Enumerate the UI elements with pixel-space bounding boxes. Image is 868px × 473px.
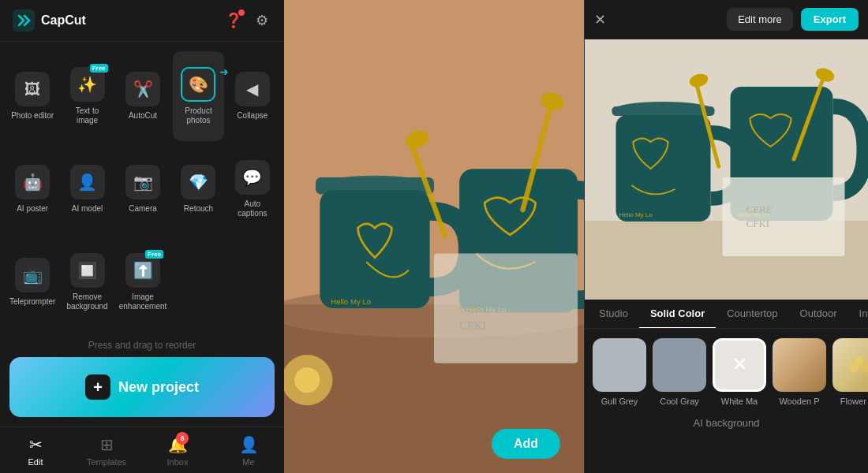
swatch-wooden-box xyxy=(773,338,826,392)
header-icons: ❓ ⚙ xyxy=(224,11,271,30)
tool-camera[interactable]: 📷 Camera xyxy=(116,144,170,234)
close-button[interactable]: ✕ xyxy=(594,11,606,28)
edit-more-button[interactable]: Edit more xyxy=(727,8,793,31)
ai-model-icon-box: 👤 xyxy=(70,165,105,199)
canvas-area: Hello My Lo Hello My Lo xyxy=(284,0,584,473)
camera-label: Camera xyxy=(129,204,157,214)
teleprompter-icon: 📺 xyxy=(23,266,43,285)
text-to-image-label: Text to image xyxy=(65,106,109,125)
tool-auto-captions[interactable]: 💬 Auto captions xyxy=(227,144,278,234)
add-button[interactable]: Add xyxy=(492,429,560,459)
templates-nav-label: Templates xyxy=(87,457,126,467)
inbox-nav-label: Inbox xyxy=(167,457,189,467)
swatches-row: Gull Grey Cool Gray ✕ White Ma Wooden P xyxy=(585,329,868,406)
sidebar: CapCut ❓ ⚙ 🖼 Photo editor ✨ Free Text to… xyxy=(0,0,284,473)
swatch-gull-grey-label: Gull Grey xyxy=(601,397,638,406)
tool-teleprompter[interactable]: 📺 Teleprompter xyxy=(6,237,58,327)
nav-templates[interactable]: ⊞ Templates xyxy=(71,427,142,473)
swatch-wooden[interactable]: Wooden P xyxy=(773,338,826,406)
collapse-icon: ◀ xyxy=(246,80,258,99)
drag-hint: Press and drag to reorder xyxy=(0,337,284,357)
swatch-gull-grey[interactable]: Gull Grey xyxy=(593,338,646,406)
camera-icon-box: 📷 xyxy=(125,165,160,199)
swatch-cool-gray-label: Cool Gray xyxy=(660,397,699,406)
svg-text:CERE: CERE xyxy=(459,302,489,315)
tool-text-to-image[interactable]: ✨ Free Text to image xyxy=(62,51,112,141)
svg-point-36 xyxy=(849,363,859,372)
teleprompter-icon-box: 📺 xyxy=(15,258,50,292)
sidebar-header: CapCut ❓ ⚙ xyxy=(0,0,284,42)
svg-text:Hello My Lo: Hello My Lo xyxy=(331,297,371,306)
retouch-icon: 💎 xyxy=(189,173,208,192)
free-badge: Free xyxy=(90,64,108,73)
autocut-icon-box: ✂️ xyxy=(125,72,160,106)
me-nav-icon: 👤 xyxy=(239,435,259,454)
ai-model-label: AI model xyxy=(72,204,103,214)
export-button[interactable]: Export xyxy=(801,8,859,31)
nav-me[interactable]: 👤 Me xyxy=(213,427,284,473)
new-project-button[interactable]: + New project xyxy=(9,357,275,417)
svg-text:CERE: CERE xyxy=(746,203,773,215)
tool-retouch[interactable]: 💎 Retouch xyxy=(173,144,223,234)
edit-nav-icon: ✂ xyxy=(29,435,43,454)
nav-edit[interactable]: ✂ Edit xyxy=(0,427,71,473)
tool-product-photos[interactable]: 🎨 Product photos ➜ xyxy=(173,51,223,141)
tool-collapse[interactable]: ◀ Collapse xyxy=(227,51,278,141)
tool-ai-model[interactable]: 👤 AI model xyxy=(62,144,112,234)
background-tabs: Studio Solid Color Countertop Outdoor In… xyxy=(585,300,868,329)
notification-dot xyxy=(238,9,245,16)
remove-background-label: Remove background xyxy=(65,292,109,311)
tool-photo-editor[interactable]: 🖼 Photo editor xyxy=(6,51,58,141)
image-enhancement-icon-box: ⬆️ Free xyxy=(125,253,160,288)
tab-outdoor[interactable]: Outdoor xyxy=(789,300,848,329)
auto-captions-icon: 💬 xyxy=(242,168,262,187)
swatch-flower-label: Flower on xyxy=(840,397,868,406)
swatch-flower-box xyxy=(832,338,868,392)
notification-icon[interactable]: ❓ xyxy=(224,11,243,30)
auto-captions-icon-box: 💬 xyxy=(235,160,270,195)
product-photos-label: Product photos xyxy=(176,106,220,125)
preview-area: Hello My Lo Hello My Lo CERE CFKI xyxy=(585,39,868,300)
tool-ai-poster[interactable]: 🤖 AI poster xyxy=(6,144,58,234)
mug-illustration: Hello My Lo Hello My Lo xyxy=(284,0,584,473)
swatch-white[interactable]: ✕ White Ma xyxy=(713,338,766,406)
svg-point-15 xyxy=(294,367,320,393)
autocut-icon: ✂️ xyxy=(133,80,153,99)
tab-countertop[interactable]: Countertop xyxy=(716,300,788,329)
remove-background-icon-box: 🔲 xyxy=(70,253,105,288)
product-photos-icon-box: 🎨 xyxy=(181,67,215,102)
settings-icon[interactable]: ⚙ xyxy=(253,11,271,30)
tab-studio[interactable]: Studio xyxy=(588,300,639,329)
retouch-icon-box: 💎 xyxy=(181,165,215,199)
tool-image-enhancement[interactable]: ⬆️ Free Image enhancement xyxy=(116,237,170,327)
swatch-cool-gray[interactable]: Cool Gray xyxy=(653,338,706,406)
tab-solid-color[interactable]: Solid Color xyxy=(639,300,716,329)
photo-editor-label: Photo editor xyxy=(11,111,54,121)
swatch-white-label: White Ma xyxy=(721,397,758,406)
tool-autocut[interactable]: ✂️ AutoCut xyxy=(116,51,170,141)
flower-icon xyxy=(840,345,868,385)
app-name: CapCut xyxy=(41,13,86,28)
tool-remove-background[interactable]: 🔲 Remove background xyxy=(62,237,112,327)
collapse-icon-box: ◀ xyxy=(235,72,270,106)
camera-icon: 📷 xyxy=(133,173,153,192)
retouch-label: Retouch xyxy=(184,204,213,214)
edit-nav-label: Edit xyxy=(28,457,43,467)
text-to-image-icon-box: ✨ Free xyxy=(70,67,105,102)
me-nav-label: Me xyxy=(242,457,254,467)
nav-inbox[interactable]: 🔔 6 Inbox xyxy=(142,427,213,473)
logo-area: CapCut xyxy=(13,9,86,32)
bottom-nav: ✂ Edit ⊞ Templates 🔔 6 Inbox 👤 Me xyxy=(0,426,284,473)
capcut-logo-icon xyxy=(13,9,35,32)
new-project-plus-icon: + xyxy=(85,374,110,400)
selected-checkmark-icon: ✕ xyxy=(732,355,746,375)
free-badge-2: Free xyxy=(145,250,163,259)
swatch-flower-on[interactable]: Flower on xyxy=(832,338,868,406)
tab-inte[interactable]: Inte xyxy=(848,300,868,329)
new-project-label: New project xyxy=(118,379,199,396)
teleprompter-label: Teleprompter xyxy=(9,297,55,307)
image-enhancement-label: Image enhancement xyxy=(119,292,167,311)
right-top-bar: ✕ Edit more Export xyxy=(585,0,868,39)
svg-rect-26 xyxy=(612,106,715,116)
swatch-white-box: ✕ xyxy=(713,338,766,392)
